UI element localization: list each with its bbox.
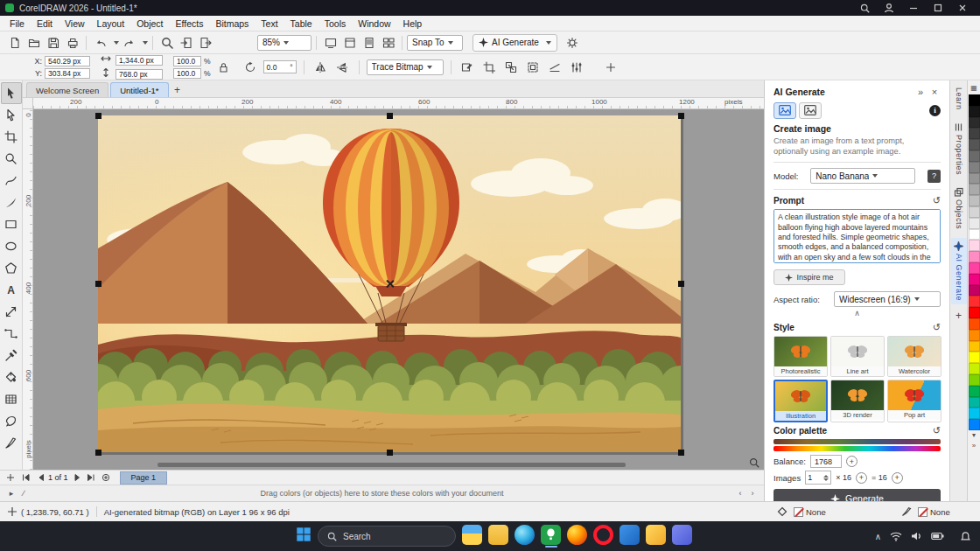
palette-color-swatch[interactable] — [969, 94, 980, 106]
style-option-photorealistic[interactable]: Photorealistic — [774, 336, 828, 377]
straighten-image-button[interactable] — [546, 58, 564, 76]
redo-button[interactable] — [120, 33, 138, 52]
rectangle-tool[interactable] — [1, 213, 22, 235]
shape-tool[interactable] — [1, 104, 22, 126]
maximize-button[interactable] — [926, 0, 950, 16]
view-mode-multipage-button[interactable] — [379, 33, 397, 52]
docker-tab-ai-generate[interactable]: AI Generate — [951, 238, 967, 304]
canvas-zoom-icon[interactable] — [749, 457, 760, 468]
outline-pen-tool[interactable] — [1, 432, 22, 454]
selection-handle[interactable] — [387, 450, 393, 456]
menu-object[interactable]: Object — [130, 17, 169, 30]
tray-chevron-up-icon[interactable]: ∧ — [875, 532, 881, 541]
polygon-tool[interactable] — [1, 257, 22, 279]
import-button[interactable] — [177, 33, 195, 52]
equals-picker-button[interactable]: + — [892, 472, 903, 484]
info-icon[interactable]: i — [929, 105, 941, 116]
docker-tab-objects[interactable]: Objects — [951, 184, 967, 233]
palette-color-swatch[interactable] — [969, 218, 980, 229]
docker-add-button[interactable]: + — [952, 310, 965, 323]
add-page-button[interactable] — [4, 471, 17, 484]
menu-edit[interactable]: Edit — [31, 17, 59, 30]
print-button[interactable] — [63, 33, 81, 52]
palette-color-swatch[interactable] — [969, 251, 980, 262]
pick-tool[interactable] — [1, 82, 22, 104]
palette-color-swatch[interactable] — [969, 128, 980, 139]
panel-close-icon[interactable]: × — [928, 87, 941, 97]
balance-picker-button[interactable]: + — [846, 456, 858, 467]
search-content-button[interactable] — [158, 33, 176, 52]
palette-color-swatch[interactable] — [969, 106, 980, 117]
connector-tool[interactable] — [1, 323, 22, 345]
palette-color-swatch[interactable] — [969, 139, 980, 150]
crop-tool[interactable] — [1, 126, 22, 148]
docker-tab-learn[interactable]: Learn — [951, 84, 967, 114]
eyedropper-tool[interactable] — [1, 345, 22, 366]
palette-reset-icon[interactable]: ↺ — [933, 425, 941, 436]
palette-color-swatch[interactable] — [969, 195, 980, 206]
mesh-fill-tool[interactable] — [1, 388, 22, 410]
palette-color-swatch[interactable] — [969, 363, 980, 374]
palette-color-swatch[interactable] — [969, 173, 980, 185]
palette-color-swatch[interactable] — [969, 419, 980, 430]
previous-page-button[interactable] — [33, 471, 46, 484]
menu-layout[interactable]: Layout — [91, 17, 131, 30]
tab-untitled-1[interactable]: Untitled-1* — [110, 82, 168, 97]
adjust-button[interactable] — [568, 58, 586, 76]
menu-window[interactable]: Window — [352, 17, 396, 30]
collapse-section-chevron[interactable]: ∧ — [774, 310, 941, 319]
tab-welcome-screen[interactable]: Welcome Screen — [26, 82, 108, 97]
balance-value-field[interactable]: 1768 — [810, 455, 842, 468]
object-height-field[interactable]: 768.0 px — [116, 69, 163, 80]
smart-fill-tool[interactable] — [1, 410, 22, 432]
palette-color-swatch[interactable] — [969, 285, 980, 296]
canvas-horizontal-scrollbar[interactable] — [158, 463, 626, 467]
aspect-ratio-select[interactable]: Widescreen (16:9) — [834, 291, 941, 307]
menu-view[interactable]: View — [59, 17, 91, 30]
palette-color-swatch[interactable] — [969, 307, 980, 318]
palette-color-swatch[interactable] — [969, 374, 980, 386]
style-option-3d-render[interactable]: 3D render — [830, 380, 885, 422]
selection-handle[interactable] — [387, 113, 393, 119]
edit-image-tab[interactable] — [799, 102, 822, 119]
canvas-viewport[interactable] — [33, 109, 764, 470]
mirror-horizontal-button[interactable] — [312, 58, 330, 76]
view-mode-page-button[interactable] — [360, 33, 378, 52]
palette-options-icon[interactable]: ▦ — [969, 82, 980, 93]
palette-color-swatch[interactable] — [969, 206, 980, 218]
palette-color-swatch[interactable] — [969, 229, 980, 241]
palette-color-swatch[interactable] — [969, 330, 980, 341]
palette-flyout-arrow-icon[interactable]: ▸ — [5, 487, 18, 499]
network-icon[interactable] — [890, 531, 902, 541]
zoom-level-select[interactable]: 85% — [257, 35, 312, 51]
selection-handle[interactable] — [678, 281, 684, 287]
palette-gradient-vivid[interactable] — [774, 446, 941, 451]
fullscreen-preview-button[interactable] — [321, 33, 340, 52]
menu-file[interactable]: File — [4, 17, 31, 30]
palette-color-swatch[interactable] — [969, 262, 980, 274]
palette-flyout-icon[interactable]: » — [969, 441, 980, 451]
x-position-field[interactable]: 540.29 px — [45, 56, 90, 66]
help-button[interactable]: ? — [928, 170, 941, 183]
model-select[interactable]: Nano Banana — [810, 168, 915, 184]
options-gear-button[interactable] — [564, 33, 582, 52]
volume-icon[interactable] — [911, 531, 922, 541]
next-page-button[interactable] — [70, 471, 83, 484]
palette-color-swatch[interactable] — [969, 408, 980, 419]
horizontal-ruler[interactable]: 200 0 200 400 600 800 1000 1200 pixels — [33, 98, 764, 109]
save-button[interactable] — [44, 33, 62, 52]
palette-color-swatch[interactable] — [969, 397, 980, 408]
file-explorer-icon[interactable] — [462, 525, 482, 548]
style-option-line-art[interactable]: Line art — [830, 336, 885, 377]
opera-browser-icon[interactable] — [593, 525, 613, 548]
palette-color-swatch[interactable] — [969, 386, 980, 397]
open-button[interactable] — [24, 33, 43, 52]
bitmap-border-button[interactable] — [524, 58, 542, 76]
palette-color-swatch[interactable] — [969, 318, 980, 330]
menu-table[interactable]: Table — [284, 17, 318, 30]
palette-color-swatch[interactable] — [969, 341, 980, 352]
palette-color-swatch[interactable] — [969, 240, 980, 251]
y-position-field[interactable]: 303.84 px — [45, 68, 90, 79]
prompt-input[interactable]: A clean illustration style image of a ho… — [774, 209, 941, 263]
battery-icon[interactable] — [931, 532, 944, 541]
